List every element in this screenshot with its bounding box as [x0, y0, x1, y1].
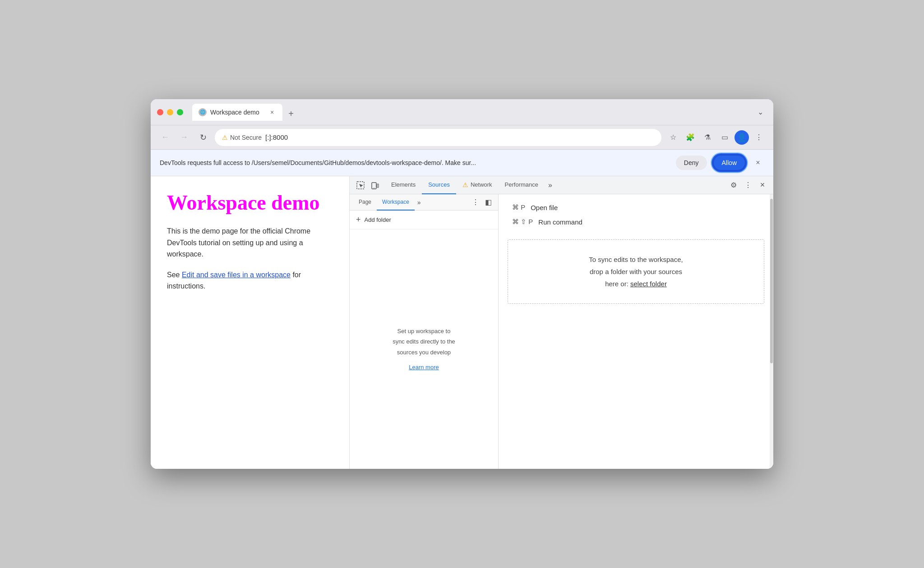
tab-title: Workspace demo — [210, 109, 259, 116]
svg-rect-2 — [377, 184, 379, 188]
select-folder-link[interactable]: select folder — [630, 280, 667, 288]
back-button[interactable]: ← — [158, 130, 172, 145]
webpage-content: Workspace demo This is the demo page for… — [151, 176, 349, 469]
drop-zone-line2: drop a folder with your sources — [590, 268, 682, 275]
notification-close-button[interactable]: × — [752, 156, 764, 169]
reload-button[interactable]: ↻ — [196, 130, 210, 145]
bookmark-button[interactable]: ☆ — [666, 130, 680, 145]
devtools-close-button[interactable]: × — [755, 178, 770, 192]
shortcut-run-command: ⌘ ⇧ P Run command — [512, 218, 760, 226]
traffic-lights — [157, 109, 183, 115]
page-description: This is the demo page for the official C… — [167, 225, 333, 260]
element-select-icon[interactable] — [353, 178, 368, 192]
open-file-keys: ⌘ P — [512, 203, 525, 211]
tab-workspace[interactable]: Workspace — [377, 194, 415, 211]
scrollbar-thumb[interactable] — [770, 199, 773, 363]
devtools-kebab-menu[interactable]: ⋮ — [741, 178, 755, 192]
lab-button[interactable]: ⚗ — [700, 130, 715, 145]
sources-sidebar-kebab[interactable]: ⋮ — [469, 196, 482, 209]
more-menu-button[interactable]: ⋮ — [752, 130, 766, 145]
profile-button[interactable]: 👤 — [735, 130, 749, 145]
empty-state-text: Set up workspace to sync edits directly … — [393, 326, 455, 357]
device-mode-icon[interactable] — [368, 178, 382, 192]
run-command-keys: ⌘ ⇧ P — [512, 218, 533, 226]
allow-button[interactable]: Allow — [712, 154, 746, 171]
tab-dropdown-button[interactable]: ⌄ — [753, 105, 767, 119]
page-link-paragraph: See Edit and save files in a workspace f… — [167, 269, 333, 292]
tab-network[interactable]: ⚠ Network — [456, 176, 499, 194]
title-bar: 🌐 Workspace demo × + ⌄ — [151, 99, 773, 125]
sources-sidebar-tabs: Page Workspace » ⋮ ◧ — [350, 194, 498, 211]
notification-text: DevTools requests full access to /Users/… — [160, 159, 670, 166]
tab-elements[interactable]: Elements — [385, 176, 422, 194]
extensions-button[interactable]: 🧩 — [683, 130, 698, 145]
forward-button[interactable]: → — [177, 130, 191, 145]
address-text: [:]:8000 — [265, 133, 288, 141]
sources-sidebar-collapse[interactable]: ◧ — [482, 196, 494, 209]
tab-sources[interactable]: Sources — [422, 176, 456, 194]
notification-bar: DevTools requests full access to /Users/… — [151, 150, 773, 176]
browser-window: 🌐 Workspace demo × + ⌄ ← → ↻ ⚠ Not Secur… — [151, 99, 773, 469]
drop-zone-line3-prefix: here or: — [605, 280, 630, 288]
tab-page[interactable]: Page — [353, 194, 377, 211]
devtools-settings-button[interactable]: ⚙ — [726, 178, 741, 192]
new-tab-button[interactable]: + — [284, 107, 298, 121]
main-content: Workspace demo This is the demo page for… — [151, 176, 773, 469]
sources-sidebar: Page Workspace » ⋮ ◧ + Add folder — [350, 194, 499, 469]
profile-icon: 👤 — [737, 133, 747, 142]
minimize-button[interactable] — [167, 109, 173, 115]
deny-button[interactable]: Deny — [676, 156, 707, 170]
workspace-empty-state: Set up workspace to sync edits directly … — [350, 229, 498, 469]
sources-sidebar-more-tabs[interactable]: » — [415, 199, 424, 206]
link-prefix: See — [167, 271, 182, 279]
page-title: Workspace demo — [167, 191, 333, 215]
network-warning-icon: ⚠ — [462, 181, 468, 188]
tab-favicon: 🌐 — [199, 108, 207, 116]
add-folder-row[interactable]: + Add folder — [350, 211, 498, 229]
run-command-label: Run command — [538, 218, 582, 226]
tab-bar: 🌐 Workspace demo × + — [188, 104, 749, 121]
open-file-label: Open file — [531, 204, 558, 211]
not-secure-indicator: ⚠ Not Secure — [222, 134, 262, 141]
workspace-tutorial-link[interactable]: Edit and save files in a workspace — [182, 271, 291, 279]
sources-shortcuts: ⌘ P Open file ⌘ ⇧ P Run command — [499, 194, 773, 235]
learn-more-link[interactable]: Learn more — [409, 363, 439, 372]
tab-close-button[interactable]: × — [268, 108, 276, 116]
devtools-tab-bar: Elements Sources ⚠ Network Performance »… — [350, 176, 773, 194]
sidebar-toggle-button[interactable]: ▭ — [717, 130, 732, 145]
address-bar: ← → ↻ ⚠ Not Secure [:]:8000 ☆ 🧩 ⚗ ▭ 👤 ⋮ — [151, 125, 773, 150]
tab-performance[interactable]: Performance — [499, 176, 545, 194]
active-tab[interactable]: 🌐 Workspace demo × — [192, 104, 282, 121]
devtools-more-tabs[interactable]: » — [545, 176, 556, 194]
devtools-panel: Elements Sources ⚠ Network Performance »… — [349, 176, 773, 469]
title-bar-right: ⌄ — [753, 105, 767, 119]
drop-zone: To sync edits to the workspace, drop a f… — [508, 239, 764, 304]
close-button[interactable] — [157, 109, 163, 115]
add-folder-plus-icon: + — [356, 215, 361, 224]
not-secure-icon: ⚠ — [222, 134, 228, 141]
shortcut-open-file: ⌘ P Open file — [512, 203, 760, 211]
svg-point-3 — [374, 188, 374, 188]
sources-scrollbar[interactable] — [770, 194, 773, 469]
address-input[interactable]: ⚠ Not Secure [:]:8000 — [215, 129, 661, 146]
sources-panel: Page Workspace » ⋮ ◧ + Add folder — [350, 194, 773, 469]
add-folder-label: Add folder — [365, 216, 391, 223]
drop-zone-line1: To sync edits to the workspace, — [589, 256, 683, 263]
not-secure-text: Not Secure — [230, 134, 262, 141]
address-bar-actions: ☆ 🧩 ⚗ ▭ 👤 ⋮ — [666, 130, 766, 145]
sources-main: ⌘ P Open file ⌘ ⇧ P Run command To sync … — [499, 194, 773, 469]
maximize-button[interactable] — [177, 109, 183, 115]
